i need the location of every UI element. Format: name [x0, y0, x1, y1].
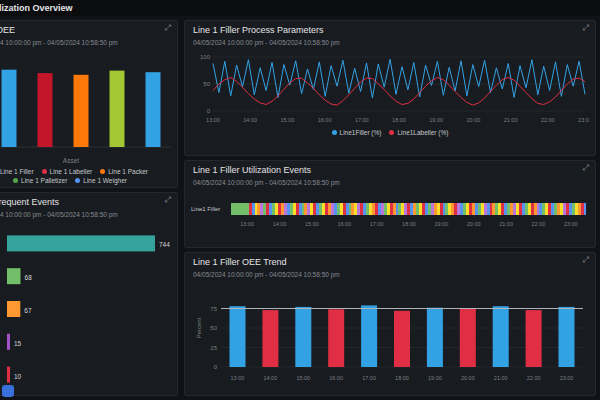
- x-tick: 19:00: [429, 117, 443, 123]
- expand-icon[interactable]: ⤢: [583, 256, 589, 264]
- legend-label: Line1Filler (%): [340, 129, 382, 136]
- panel-process-parameters: Line 1 Filler Process Parameters ⤢ 04/05…: [184, 20, 596, 156]
- x-tick: 23:00: [578, 117, 589, 123]
- bar[interactable]: [146, 72, 161, 147]
- x-tick: 13:00: [206, 117, 220, 123]
- chart-legend: Line1Filler (%)Line1Labeller (%): [185, 129, 595, 136]
- help-icon[interactable]: [2, 385, 14, 397]
- timeline-segment[interactable]: [584, 203, 587, 215]
- x-tick: 22:00: [541, 117, 555, 123]
- bar[interactable]: [559, 307, 575, 367]
- x-tick: 16:00: [318, 117, 332, 123]
- x-tick: 20:00: [461, 375, 475, 381]
- x-tick: 14:00: [263, 375, 277, 381]
- y-axis-label: Percent: [196, 317, 202, 338]
- x-tick: 22:00: [527, 375, 541, 381]
- bar[interactable]: [38, 73, 53, 147]
- timeline-row-label: Line1 Filler: [191, 206, 220, 212]
- legend-label: Line 1 Weigher: [83, 177, 127, 184]
- bar[interactable]: [7, 268, 21, 284]
- panel-title: Line 1 Filler OEE Trend: [185, 253, 595, 267]
- x-tick: 16:00: [329, 375, 343, 381]
- x-tick: 21:00: [504, 117, 518, 123]
- bar[interactable]: [74, 75, 89, 147]
- x-tick: 17:00: [360, 221, 392, 227]
- legend-item[interactable]: Line1Filler (%): [332, 129, 382, 136]
- panel-timerange: 04/05/2024 10:00:00 pm - 04/05/2024 10:5…: [185, 35, 595, 46]
- dashboard-title: Utilization Overview: [0, 3, 73, 13]
- bar[interactable]: [328, 309, 344, 367]
- legend-dot: [75, 178, 80, 183]
- x-tick: 18:00: [393, 221, 425, 227]
- x-tick: 19:00: [428, 375, 442, 381]
- panel-title: Asset OEE: [0, 21, 177, 35]
- bar[interactable]: [394, 311, 410, 367]
- y-tick: 0: [207, 108, 211, 114]
- bar[interactable]: [110, 71, 125, 147]
- panel-timerange: 04/05/2024 10:00:00 pm - 04/05/2024 10:5…: [185, 175, 595, 186]
- bar-value-label: 15: [14, 340, 22, 347]
- legend-item[interactable]: Line 1 Filler: [0, 168, 34, 175]
- panel-asset-oee: Asset OEE ⤢ 04/05/2024 10:00:00 pm - 04/…: [0, 20, 178, 188]
- expand-icon[interactable]: ⤢: [583, 164, 589, 172]
- x-tick: 17:00: [362, 375, 376, 381]
- bar[interactable]: [230, 306, 246, 367]
- bar[interactable]: [7, 301, 20, 317]
- x-tick: 22:00: [522, 221, 554, 227]
- bar[interactable]: [460, 309, 476, 368]
- bar[interactable]: [262, 310, 278, 367]
- x-tick: 15:00: [281, 117, 295, 123]
- expand-icon[interactable]: ⤢: [165, 24, 171, 32]
- panel-title: Most Frequent Events: [0, 193, 177, 207]
- x-tick: 19:00: [425, 221, 457, 227]
- legend-label: Line 1 Filler: [0, 168, 34, 175]
- x-tick: 23:00: [555, 221, 587, 227]
- legend-label: Line 1 Palletizer: [21, 177, 67, 184]
- panel-timerange: 04/05/2024 10:00:00 pm - 04/05/2024 10:5…: [185, 267, 595, 278]
- x-axis-label: Asset: [0, 157, 178, 164]
- oee-trend-bar-chart: 0255075Percent13:0014:0015:0016:0017:001…: [193, 283, 589, 387]
- oee-bar-chart: [0, 57, 178, 153]
- panel-most-frequent-events: Most Frequent Events ⤢ 04/05/2024 10:00:…: [0, 192, 178, 396]
- expand-icon[interactable]: ⤢: [583, 24, 589, 32]
- legend-item[interactable]: Line 1 Packer: [100, 168, 148, 175]
- panel-title: Line 1 Filler Utilization Events: [185, 161, 595, 175]
- x-tick: 17:00: [355, 117, 369, 123]
- bar-value-label: 744: [159, 241, 170, 248]
- bar-value-label: 68: [25, 274, 33, 281]
- legend-item[interactable]: Line1Labeller (%): [389, 129, 448, 136]
- legend-label: Line1Labeller (%): [397, 129, 448, 136]
- x-tick: 21:00: [490, 221, 522, 227]
- legend-item[interactable]: Line 1 Labeller: [42, 168, 93, 175]
- bar-value-label: 67: [24, 307, 32, 314]
- y-tick: 25: [210, 345, 217, 351]
- legend-item[interactable]: Line 1 Palletizer: [13, 177, 67, 184]
- series-line[interactable]: [213, 59, 585, 98]
- expand-icon[interactable]: ⤢: [165, 196, 171, 204]
- x-tick: 15:00: [296, 221, 328, 227]
- x-tick: 13:00: [231, 221, 263, 227]
- top-navbar: Utilization Overview: [0, 0, 600, 16]
- panel-oee-trend: Line 1 Filler OEE Trend ⤢ 04/05/2024 10:…: [184, 252, 596, 396]
- panel-title: Line 1 Filler Process Parameters: [185, 21, 595, 35]
- bar[interactable]: [7, 334, 10, 350]
- legend-dot: [13, 178, 18, 183]
- bar[interactable]: [7, 235, 155, 251]
- bar[interactable]: [493, 306, 509, 367]
- bar[interactable]: [7, 367, 10, 383]
- x-tick: 15:00: [296, 375, 310, 381]
- x-tick: 18:00: [395, 375, 409, 381]
- x-tick: 20:00: [458, 221, 490, 227]
- panel-utilization-events: Line 1 Filler Utilization Events ⤢ 04/05…: [184, 160, 596, 248]
- bar[interactable]: [427, 308, 443, 367]
- x-axis-ticks: 13:0014:0015:0016:0017:0018:0019:0020:00…: [231, 221, 587, 227]
- legend-item[interactable]: Line 1 Weigher: [75, 177, 127, 184]
- bar[interactable]: [361, 305, 377, 367]
- bar[interactable]: [2, 70, 17, 147]
- bar[interactable]: [295, 307, 311, 367]
- y-tick: 100: [200, 54, 211, 60]
- panel-timerange: 04/05/2024 10:00:00 pm - 04/05/2024 10:5…: [0, 207, 177, 218]
- y-tick: 0: [214, 364, 218, 370]
- legend-label: Line 1 Packer: [108, 168, 148, 175]
- bar[interactable]: [526, 310, 542, 367]
